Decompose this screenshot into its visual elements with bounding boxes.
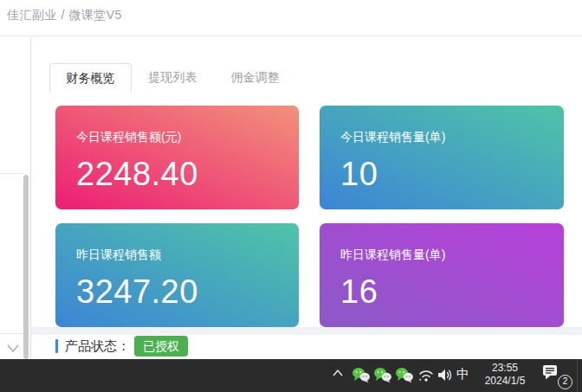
- tray-chevron-up-icon[interactable]: [332, 369, 344, 377]
- stat-card-value: 2248.40: [76, 154, 198, 194]
- stat-card: 今日课程销售额(元) 2248.40: [55, 106, 299, 209]
- action-center-button[interactable]: 2: [542, 363, 573, 389]
- stat-card-value: 16: [340, 272, 378, 312]
- wechat-icon[interactable]: [352, 367, 371, 383]
- stat-card-label: 昨日课程销售额: [76, 247, 161, 263]
- wechat-icon[interactable]: [395, 367, 414, 383]
- clock-time: 23:55: [475, 362, 535, 375]
- stat-card-label: 昨日课程销售量(单): [340, 247, 445, 263]
- row-divider: [0, 173, 24, 174]
- tab-commission-adjust[interactable]: 佣金调整: [214, 63, 296, 92]
- wechat-icon[interactable]: [373, 367, 392, 383]
- tab-finance-overview[interactable]: 财务概览: [49, 63, 132, 92]
- status-accent-bar: [55, 339, 58, 353]
- status-label: 产品状态：: [65, 338, 130, 355]
- notification-count-badge: 2: [558, 375, 572, 389]
- stat-card-value: 3247.20: [76, 272, 198, 312]
- clock-date: 2024/1/5: [475, 375, 535, 388]
- row-divider: [0, 333, 23, 334]
- scrollbar-thumb[interactable]: [23, 175, 29, 359]
- breadcrumb[interactable]: 佳汇副业 / 微课堂V5: [7, 8, 122, 23]
- expand-chevron-down-icon[interactable]: [6, 344, 20, 354]
- stat-card-label: 今日课程销售量(单): [340, 130, 445, 145]
- taskbar-clock[interactable]: 23:55 2024/1/5: [475, 362, 535, 388]
- taskbar: 中 23:55 2024/1/5 2: [0, 359, 582, 392]
- wifi-icon[interactable]: [417, 368, 435, 382]
- stat-card: 昨日课程销售量(单) 16: [320, 223, 564, 327]
- stat-card-value: 10: [340, 154, 378, 194]
- show-desktop-divider[interactable]: [577, 359, 578, 392]
- notifications-icon: [542, 364, 560, 380]
- stat-card: 今日课程销售量(单) 10: [320, 106, 564, 209]
- background-page-edge: [0, 37, 31, 359]
- screen: 佳汇副业 / 微课堂V5 财务概览 提现列表 佣金调整 今日课程销售额(元) 2…: [0, 0, 582, 392]
- stat-card-label: 今日课程销售额(元): [76, 130, 181, 145]
- stat-card: 昨日课程销售额 3247.20: [55, 223, 299, 327]
- tab-withdraw-list[interactable]: 提现列表: [132, 63, 214, 92]
- topbar: 佳汇副业 / 微课堂V5: [0, 0, 582, 36]
- ime-indicator[interactable]: 中: [456, 366, 469, 382]
- volume-icon[interactable]: [436, 368, 454, 382]
- status-badge: 已授权: [134, 336, 188, 357]
- section-divider: [31, 327, 582, 335]
